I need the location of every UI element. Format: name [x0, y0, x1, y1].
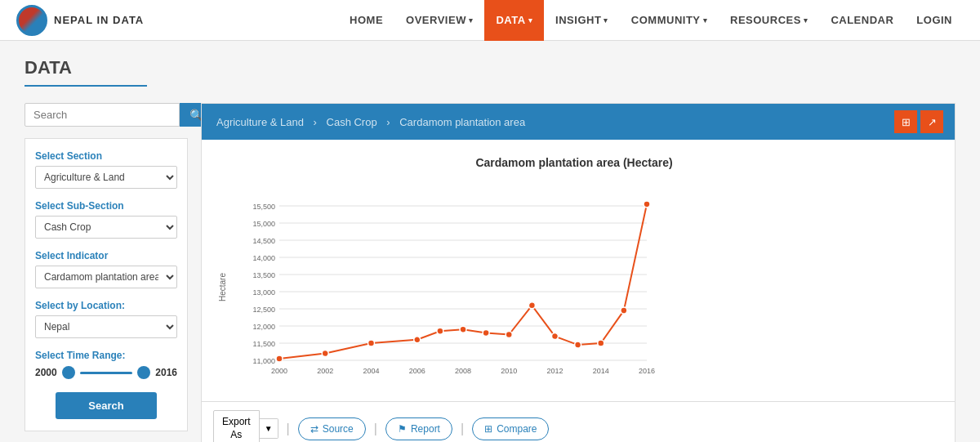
brand-name: NEPAL IN DATA — [54, 14, 144, 26]
source-button[interactable]: ⇄ Source — [298, 417, 366, 440]
source-icon: ⇄ — [310, 423, 318, 435]
nav-item-insight[interactable]: INSIGHT ▾ — [544, 0, 620, 41]
time-label: Select Time Range: — [35, 350, 177, 361]
page-container: DATA 🔍 Select Section Agriculture & Land… — [0, 41, 980, 442]
svg-point-42 — [644, 201, 650, 208]
time-end: 2016 — [155, 367, 177, 378]
search-btn-wrap: Search — [35, 392, 177, 419]
svg-text:2006: 2006 — [409, 367, 425, 375]
svg-text:14,500: 14,500 — [252, 237, 275, 245]
time-start: 2000 — [35, 367, 57, 378]
svg-text:2000: 2000 — [271, 367, 287, 375]
navbar: NEPAL IN DATA HOMEOVERVIEW ▾DATA ▾INSIGH… — [0, 0, 980, 41]
nav-item-data[interactable]: DATA ▾ — [484, 0, 544, 41]
subsection-select[interactable]: Cash CropFood CropLivestock — [35, 216, 177, 239]
table-view-button[interactable]: ⊞ — [894, 110, 917, 133]
separator-3: | — [461, 422, 464, 436]
svg-text:14,000: 14,000 — [252, 254, 275, 262]
subsection-label: Select Sub-Section — [35, 200, 177, 212]
compare-label: Compare — [497, 423, 537, 435]
svg-point-35 — [483, 329, 489, 336]
svg-point-38 — [552, 333, 559, 340]
svg-text:2002: 2002 — [317, 367, 333, 375]
svg-text:13,000: 13,000 — [252, 288, 275, 297]
sidebar: 🔍 Select Section Agriculture & LandEcono… — [24, 103, 188, 442]
svg-text:12,000: 12,000 — [252, 323, 275, 331]
nav-item-home[interactable]: HOME — [338, 0, 394, 41]
report-label: Report — [411, 423, 440, 435]
search-bar: 🔍 — [24, 103, 188, 127]
section-select[interactable]: Agriculture & LandEconomyPopulationHealt… — [35, 166, 177, 189]
nav-item-community[interactable]: COMMUNITY ▾ — [620, 0, 719, 41]
source-label: Source — [323, 423, 354, 435]
page-title: DATA — [24, 57, 147, 87]
nav-item-overview[interactable]: OVERVIEW ▾ — [394, 0, 484, 41]
svg-point-40 — [598, 340, 604, 346]
svg-point-41 — [621, 307, 627, 314]
svg-point-33 — [437, 328, 443, 334]
slider-start-dot[interactable] — [62, 366, 75, 379]
slider-line — [80, 372, 133, 374]
nav-item-resources[interactable]: RESOURCES ▾ — [719, 0, 819, 41]
svg-text:2012: 2012 — [546, 367, 563, 375]
svg-text:2008: 2008 — [455, 367, 471, 375]
subsection-group: Select Sub-Section Cash CropFood CropLiv… — [35, 200, 177, 239]
compare-button[interactable]: ⊞ Compare — [472, 417, 549, 440]
bottom-bar: Export As ▼ | ⇄ Source | ⚑ Report | ⊞ Co… — [202, 401, 955, 442]
main-area: Agriculture & Land › Cash Crop › Cardamo… — [201, 103, 956, 442]
svg-point-37 — [528, 302, 535, 309]
svg-point-29 — [276, 355, 283, 362]
svg-text:12,500: 12,500 — [252, 306, 275, 314]
location-select[interactable]: NepalProvince 1Province 2Province 3 — [35, 315, 177, 338]
svg-text:2010: 2010 — [501, 367, 517, 375]
report-icon: ⚑ — [398, 423, 407, 435]
svg-point-36 — [506, 332, 512, 338]
breadcrumb-bar: Agriculture & Land › Cash Crop › Cardamo… — [202, 104, 955, 140]
filter-panel: Select Section Agriculture & LandEconomy… — [24, 138, 188, 431]
svg-text:11,500: 11,500 — [252, 340, 275, 348]
indicator-label: Select Indicator — [35, 250, 177, 261]
y-axis-label: Hectare — [218, 181, 227, 393]
breadcrumb-icons: ⊞ ↗ — [894, 110, 943, 133]
indicator-group: Select Indicator Cardamom plantation are… — [35, 250, 177, 288]
breadcrumb-text: Agriculture & Land › Cash Crop › Cardamo… — [213, 116, 528, 128]
nav-menu: HOMEOVERVIEW ▾DATA ▾INSIGHT ▾COMMUNITY ▾… — [338, 0, 964, 41]
separator-1: | — [287, 422, 290, 436]
logo-icon — [16, 5, 47, 36]
report-button[interactable]: ⚑ Report — [385, 417, 452, 440]
time-range-row: 2000 2016 — [35, 366, 177, 379]
location-group: Select by Location: NepalProvince 1Provi… — [35, 300, 177, 338]
content-layout: 🔍 Select Section Agriculture & LandEcono… — [24, 103, 956, 442]
svg-text:15,000: 15,000 — [252, 220, 275, 228]
svg-text:13,500: 13,500 — [252, 271, 275, 279]
nav-item-login[interactable]: LOGIN — [905, 0, 964, 41]
compare-icon: ⊞ — [484, 423, 492, 435]
section-label: Select Section — [35, 150, 177, 162]
separator-2: | — [374, 422, 377, 436]
svg-text:2014: 2014 — [593, 367, 609, 375]
chart-svg-wrap: Hectare 11,00011,50012,00012,50013,00013… — [218, 181, 930, 393]
search-button[interactable]: Search — [56, 392, 156, 419]
search-input[interactable] — [24, 103, 180, 127]
export-button[interactable]: Export As — [213, 410, 260, 442]
slider-end-dot[interactable] — [137, 366, 150, 379]
indicator-select[interactable]: Cardamom plantation areaTea plantation a… — [35, 266, 177, 288]
export-dropdown-button[interactable]: ▼ — [260, 418, 278, 439]
svg-point-32 — [414, 337, 421, 343]
svg-point-30 — [322, 350, 328, 357]
svg-text:11,000: 11,000 — [252, 357, 275, 365]
chart-svg: 11,00011,50012,00012,50013,00013,50014,0… — [230, 181, 663, 393]
location-label: Select by Location: — [35, 300, 177, 311]
time-range-group: Select Time Range: 2000 2016 — [35, 350, 177, 379]
line-view-button[interactable]: ↗ — [920, 110, 943, 133]
svg-point-39 — [575, 342, 581, 348]
section-group: Select Section Agriculture & LandEconomy… — [35, 150, 177, 189]
svg-point-31 — [368, 340, 375, 346]
chart-title: Cardamom plantation area (Hectare) — [218, 156, 930, 169]
nav-item-calendar[interactable]: CALENDAR — [819, 0, 905, 41]
brand-logo[interactable]: NEPAL IN DATA — [16, 5, 144, 36]
svg-point-34 — [460, 326, 466, 333]
svg-text:15,500: 15,500 — [252, 203, 275, 211]
chart-container: Cardamom plantation area (Hectare) Hecta… — [202, 140, 955, 401]
svg-text:2004: 2004 — [363, 367, 379, 375]
